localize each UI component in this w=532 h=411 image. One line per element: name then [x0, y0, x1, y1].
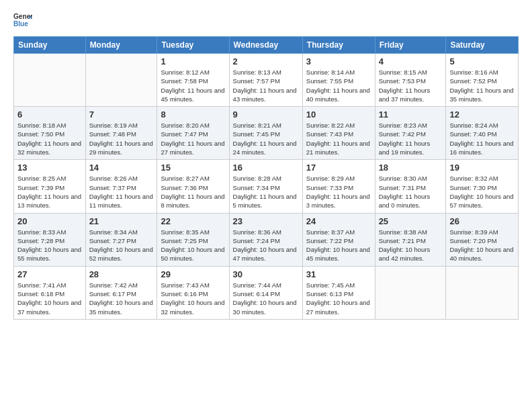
calendar-table: SundayMondayTuesdayWednesdayThursdayFrid… — [13, 36, 519, 320]
day-number: 18 — [379, 163, 443, 173]
day-info: Sunrise: 8:15 AM Sunset: 7:53 PM Dayligh… — [379, 68, 443, 103]
day-info: Sunrise: 8:29 AM Sunset: 7:33 PM Dayligh… — [306, 174, 371, 210]
day-info: Sunrise: 7:45 AM Sunset: 6:13 PM Dayligh… — [306, 281, 371, 316]
calendar-week-row: 13Sunrise: 8:25 AM Sunset: 7:39 PM Dayli… — [14, 160, 519, 213]
day-number: 5 — [449, 56, 515, 66]
day-number: 15 — [161, 163, 225, 173]
day-number: 21 — [89, 216, 154, 226]
day-number: 9 — [233, 109, 299, 120]
col-header-tuesday: Tuesday — [157, 37, 229, 54]
calendar-cell: 11Sunrise: 8:23 AM Sunset: 7:42 PM Dayli… — [375, 107, 446, 160]
day-number: 6 — [17, 109, 82, 120]
calendar-cell: 24Sunrise: 8:37 AM Sunset: 7:22 PM Dayli… — [302, 213, 375, 266]
calendar-cell: 15Sunrise: 8:27 AM Sunset: 7:36 PM Dayli… — [157, 160, 229, 213]
day-number: 29 — [161, 269, 225, 279]
day-info: Sunrise: 8:26 AM Sunset: 7:37 PM Dayligh… — [89, 174, 154, 210]
calendar-cell: 14Sunrise: 8:26 AM Sunset: 7:37 PM Dayli… — [85, 160, 157, 213]
calendar-cell: 20Sunrise: 8:33 AM Sunset: 7:28 PM Dayli… — [14, 213, 86, 266]
calendar-cell: 19Sunrise: 8:32 AM Sunset: 7:30 PM Dayli… — [446, 160, 519, 213]
day-info: Sunrise: 8:12 AM Sunset: 7:58 PM Dayligh… — [161, 68, 225, 103]
day-number: 10 — [306, 109, 371, 120]
day-info: Sunrise: 7:44 AM Sunset: 6:14 PM Dayligh… — [233, 281, 299, 316]
day-number: 31 — [306, 269, 371, 279]
calendar-week-row: 1Sunrise: 8:12 AM Sunset: 7:58 PM Daylig… — [14, 54, 519, 107]
day-info: Sunrise: 8:35 AM Sunset: 7:25 PM Dayligh… — [161, 228, 225, 263]
calendar-cell: 18Sunrise: 8:30 AM Sunset: 7:31 PM Dayli… — [375, 160, 446, 213]
calendar-cell — [85, 54, 157, 107]
day-number: 3 — [306, 56, 371, 66]
day-info: Sunrise: 8:24 AM Sunset: 7:40 PM Dayligh… — [449, 121, 515, 156]
col-header-saturday: Saturday — [446, 37, 519, 54]
calendar-cell — [14, 54, 86, 107]
day-number: 30 — [233, 269, 299, 279]
calendar-cell: 23Sunrise: 8:36 AM Sunset: 7:24 PM Dayli… — [229, 213, 302, 266]
calendar-week-row: 20Sunrise: 8:33 AM Sunset: 7:28 PM Dayli… — [14, 213, 519, 266]
day-number: 22 — [161, 216, 225, 226]
day-info: Sunrise: 8:16 AM Sunset: 7:52 PM Dayligh… — [449, 68, 515, 103]
day-info: Sunrise: 7:43 AM Sunset: 6:16 PM Dayligh… — [161, 281, 225, 316]
day-info: Sunrise: 8:21 AM Sunset: 7:45 PM Dayligh… — [233, 121, 299, 156]
calendar-cell: 22Sunrise: 8:35 AM Sunset: 7:25 PM Dayli… — [157, 213, 229, 266]
day-info: Sunrise: 8:22 AM Sunset: 7:43 PM Dayligh… — [306, 121, 371, 156]
day-info: Sunrise: 8:19 AM Sunset: 7:48 PM Dayligh… — [89, 121, 154, 156]
calendar-cell — [375, 266, 446, 319]
day-number: 7 — [89, 109, 154, 120]
day-number: 17 — [306, 163, 371, 173]
col-header-sunday: Sunday — [14, 37, 86, 54]
day-number: 25 — [379, 216, 443, 226]
calendar-cell: 2Sunrise: 8:13 AM Sunset: 7:57 PM Daylig… — [229, 54, 302, 107]
calendar-header-row: SundayMondayTuesdayWednesdayThursdayFrid… — [14, 37, 519, 54]
day-number: 1 — [161, 56, 225, 66]
day-number: 26 — [449, 216, 515, 226]
day-info: Sunrise: 8:36 AM Sunset: 7:24 PM Dayligh… — [233, 228, 299, 263]
day-number: 28 — [89, 269, 154, 279]
calendar-cell: 17Sunrise: 8:29 AM Sunset: 7:33 PM Dayli… — [302, 160, 375, 213]
day-info: Sunrise: 8:13 AM Sunset: 7:57 PM Dayligh… — [233, 68, 299, 103]
calendar-cell: 31Sunrise: 7:45 AM Sunset: 6:13 PM Dayli… — [302, 266, 375, 319]
day-info: Sunrise: 8:25 AM Sunset: 7:39 PM Dayligh… — [17, 174, 82, 210]
day-info: Sunrise: 8:34 AM Sunset: 7:27 PM Dayligh… — [89, 228, 154, 263]
day-info: Sunrise: 7:41 AM Sunset: 6:18 PM Dayligh… — [17, 281, 82, 316]
day-info: Sunrise: 8:38 AM Sunset: 7:21 PM Dayligh… — [379, 228, 443, 263]
calendar-cell: 27Sunrise: 7:41 AM Sunset: 6:18 PM Dayli… — [14, 266, 86, 319]
day-number: 11 — [379, 109, 443, 120]
day-number: 14 — [89, 163, 154, 173]
calendar-cell: 30Sunrise: 7:44 AM Sunset: 6:14 PM Dayli… — [229, 266, 302, 319]
calendar-cell: 3Sunrise: 8:14 AM Sunset: 7:55 PM Daylig… — [302, 54, 375, 107]
day-number: 20 — [17, 216, 82, 226]
day-number: 24 — [306, 216, 371, 226]
day-number: 19 — [449, 163, 515, 173]
logo: General Blue — [13, 11, 32, 30]
calendar-cell: 21Sunrise: 8:34 AM Sunset: 7:27 PM Dayli… — [85, 213, 157, 266]
col-header-monday: Monday — [85, 37, 157, 54]
calendar-cell: 10Sunrise: 8:22 AM Sunset: 7:43 PM Dayli… — [302, 107, 375, 160]
svg-text:Blue: Blue — [13, 20, 28, 28]
col-header-wednesday: Wednesday — [229, 37, 302, 54]
calendar-cell: 9Sunrise: 8:21 AM Sunset: 7:45 PM Daylig… — [229, 107, 302, 160]
day-info: Sunrise: 8:14 AM Sunset: 7:55 PM Dayligh… — [306, 68, 371, 103]
calendar-cell: 16Sunrise: 8:28 AM Sunset: 7:34 PM Dayli… — [229, 160, 302, 213]
day-number: 4 — [379, 56, 443, 66]
header: General Blue — [13, 11, 519, 30]
day-info: Sunrise: 8:37 AM Sunset: 7:22 PM Dayligh… — [306, 228, 371, 263]
day-number: 23 — [233, 216, 299, 226]
day-info: Sunrise: 8:30 AM Sunset: 7:31 PM Dayligh… — [379, 174, 443, 210]
day-number: 2 — [233, 56, 299, 66]
day-info: Sunrise: 8:18 AM Sunset: 7:50 PM Dayligh… — [17, 121, 82, 156]
day-number: 13 — [17, 163, 82, 173]
calendar-cell: 28Sunrise: 7:42 AM Sunset: 6:17 PM Dayli… — [85, 266, 157, 319]
calendar-cell: 7Sunrise: 8:19 AM Sunset: 7:48 PM Daylig… — [85, 107, 157, 160]
day-number: 12 — [449, 109, 515, 120]
day-info: Sunrise: 8:33 AM Sunset: 7:28 PM Dayligh… — [17, 228, 82, 263]
calendar-cell — [446, 266, 519, 319]
day-info: Sunrise: 8:23 AM Sunset: 7:42 PM Dayligh… — [379, 121, 443, 156]
calendar-cell: 6Sunrise: 8:18 AM Sunset: 7:50 PM Daylig… — [14, 107, 86, 160]
calendar-cell: 8Sunrise: 8:20 AM Sunset: 7:47 PM Daylig… — [157, 107, 229, 160]
day-info: Sunrise: 8:20 AM Sunset: 7:47 PM Dayligh… — [161, 121, 225, 156]
calendar-cell: 26Sunrise: 8:39 AM Sunset: 7:20 PM Dayli… — [446, 213, 519, 266]
calendar-week-row: 27Sunrise: 7:41 AM Sunset: 6:18 PM Dayli… — [14, 266, 519, 319]
day-number: 16 — [233, 163, 299, 173]
day-info: Sunrise: 8:27 AM Sunset: 7:36 PM Dayligh… — [161, 174, 225, 210]
page: General Blue SundayMondayTuesdayWednesda… — [0, 0, 532, 411]
calendar-cell: 1Sunrise: 8:12 AM Sunset: 7:58 PM Daylig… — [157, 54, 229, 107]
